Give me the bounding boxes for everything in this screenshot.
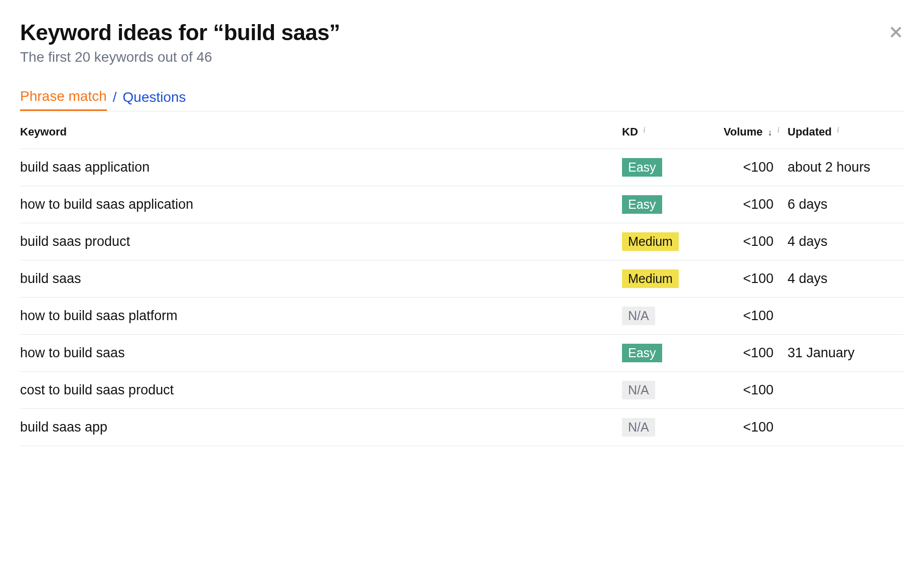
col-kd[interactable]: KD i: [618, 111, 703, 149]
cell-volume: <100: [703, 149, 784, 186]
kd-badge: Easy: [622, 158, 662, 177]
cell-volume: <100: [703, 335, 784, 372]
keywords-table: Keyword KD i Volume ↓ i Updated i build …: [20, 111, 904, 446]
tab-questions[interactable]: Questions: [123, 89, 186, 110]
cell-keyword: build saas product: [20, 223, 618, 260]
close-button[interactable]: [888, 24, 904, 42]
table-row[interactable]: how to build saas applicationEasy<1006 d…: [20, 186, 904, 223]
col-volume[interactable]: Volume ↓ i: [703, 111, 784, 149]
col-volume-label: Volume: [723, 125, 762, 138]
cell-keyword: cost to build saas product: [20, 372, 618, 409]
cell-volume: <100: [703, 372, 784, 409]
cell-updated: [784, 409, 904, 446]
kd-badge: Medium: [622, 269, 679, 288]
cell-updated: about 2 hours: [784, 149, 904, 186]
cell-volume: <100: [703, 223, 784, 260]
cell-volume: <100: [703, 260, 784, 298]
cell-kd: Easy: [618, 186, 703, 223]
kd-badge: N/A: [622, 418, 655, 437]
cell-updated: 4 days: [784, 223, 904, 260]
table-row[interactable]: build saas productMedium<1004 days: [20, 223, 904, 260]
cell-updated: [784, 372, 904, 409]
cell-kd: N/A: [618, 298, 703, 335]
page-subtitle: The first 20 keywords out of 46: [20, 49, 340, 65]
page-title: Keyword ideas for “build saas”: [20, 20, 340, 45]
sort-desc-icon: ↓: [767, 127, 772, 138]
table-row[interactable]: how to build saasEasy<10031 January: [20, 335, 904, 372]
kd-badge: N/A: [622, 307, 655, 325]
table-row[interactable]: how to build saas platformN/A<100: [20, 298, 904, 335]
cell-kd: Medium: [618, 260, 703, 298]
kd-badge: N/A: [622, 381, 655, 399]
kd-badge: Medium: [622, 232, 679, 251]
cell-keyword: how to build saas platform: [20, 298, 618, 335]
cell-volume: <100: [703, 298, 784, 335]
col-updated-label: Updated: [788, 125, 832, 138]
tabs: Phrase match / Questions: [20, 88, 904, 111]
col-keyword-label: Keyword: [20, 125, 67, 138]
cell-keyword: build saas application: [20, 149, 618, 186]
table-row[interactable]: build saas applicationEasy<100about 2 ho…: [20, 149, 904, 186]
kd-badge: Easy: [622, 195, 662, 214]
cell-volume: <100: [703, 186, 784, 223]
cell-keyword: how to build saas: [20, 335, 618, 372]
table-row[interactable]: build saas appN/A<100: [20, 409, 904, 446]
cell-updated: 31 January: [784, 335, 904, 372]
col-kd-label: KD: [622, 125, 638, 138]
info-icon[interactable]: i: [778, 125, 780, 134]
cell-updated: [784, 298, 904, 335]
cell-kd: Easy: [618, 149, 703, 186]
cell-kd: N/A: [618, 372, 703, 409]
cell-kd: Easy: [618, 335, 703, 372]
cell-keyword: build saas: [20, 260, 618, 298]
cell-updated: 6 days: [784, 186, 904, 223]
table-row[interactable]: build saasMedium<1004 days: [20, 260, 904, 298]
col-updated[interactable]: Updated i: [784, 111, 904, 149]
cell-keyword: build saas app: [20, 409, 618, 446]
tab-phrase-match[interactable]: Phrase match: [20, 88, 107, 111]
cell-keyword: how to build saas application: [20, 186, 618, 223]
table-row[interactable]: cost to build saas productN/A<100: [20, 372, 904, 409]
close-icon: [888, 24, 904, 40]
cell-volume: <100: [703, 409, 784, 446]
cell-updated: 4 days: [784, 260, 904, 298]
info-icon[interactable]: i: [837, 125, 839, 134]
tab-separator: /: [113, 89, 117, 110]
cell-kd: N/A: [618, 409, 703, 446]
col-keyword[interactable]: Keyword: [20, 111, 618, 149]
kd-badge: Easy: [622, 344, 662, 362]
cell-kd: Medium: [618, 223, 703, 260]
info-icon[interactable]: i: [643, 125, 645, 134]
